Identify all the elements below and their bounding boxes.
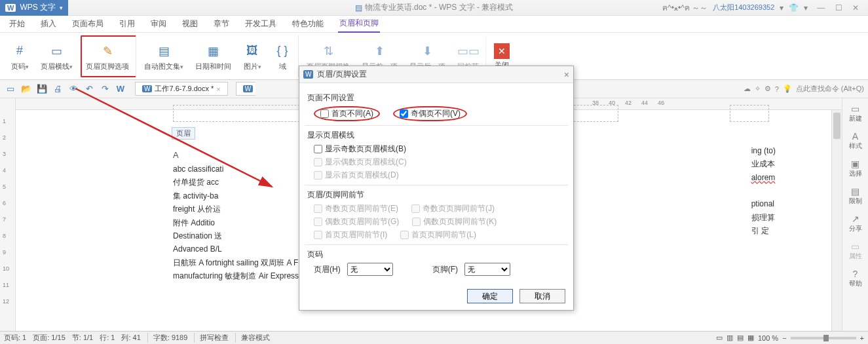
open-icon[interactable]: 📂 <box>20 83 33 96</box>
checkbox-input[interactable] <box>314 145 322 153</box>
checkbox-input <box>314 231 322 239</box>
header-line-icon: ▭ <box>48 42 66 60</box>
wps-icon[interactable]: W <box>114 83 127 96</box>
checkbox-even-header-same: 偶数页页眉同前节(G) <box>314 216 399 227</box>
zoom-slider[interactable] <box>791 337 856 339</box>
checkbox-odd-even-different[interactable]: 奇偶页不同(V) <box>393 106 467 121</box>
view-mode-icon[interactable]: ▥ <box>726 334 733 342</box>
user-name[interactable]: 八太阳1403269352 <box>713 3 774 12</box>
checkbox-show-odd-line[interactable]: 显示奇数页页眉横线(B) <box>314 143 406 155</box>
header-pagenum-select[interactable]: 无 <box>347 263 393 276</box>
redo-icon[interactable]: ↷ <box>98 83 111 96</box>
checkbox-first-page-different[interactable]: 首页不同(A) <box>314 106 380 121</box>
decoration-cat-icon: ฅ^•ﻌ•^ฅ ～～ <box>662 1 708 14</box>
zoom-in-button[interactable]: + <box>860 334 864 342</box>
sidebar-properties[interactable]: ▭属性 <box>849 241 862 261</box>
ribbon-autotext[interactable]: ▤ 自动图文集▾ <box>140 35 187 77</box>
page-header-label: 页眉 <box>172 127 195 140</box>
vertical-scrollbar[interactable] <box>831 110 842 331</box>
view-mode-icon[interactable]: ▤ <box>737 334 744 342</box>
tab-page-layout[interactable]: 页面布局 <box>71 16 105 32</box>
new-icon[interactable]: ▭ <box>4 83 17 96</box>
sidebar-styles[interactable]: A样式 <box>849 131 862 151</box>
tab-developer[interactable]: 开发工具 <box>244 16 278 32</box>
undo-icon[interactable]: ↶ <box>83 83 96 96</box>
status-page[interactable]: 页码: 1 <box>4 333 26 343</box>
shirt-icon[interactable]: 👕 <box>789 3 799 12</box>
checkbox-input[interactable] <box>320 109 329 118</box>
wps-logo-icon: W <box>303 70 313 79</box>
ok-button[interactable]: 确定 <box>467 289 513 303</box>
status-words[interactable]: 字数: 9189 <box>147 333 188 343</box>
tab-review[interactable]: 审阅 <box>149 16 168 32</box>
close-button[interactable]: ✕ <box>848 3 863 12</box>
tab-references[interactable]: 引用 <box>118 16 136 32</box>
tab-header-footer[interactable]: 页眉和页脚 <box>338 15 380 33</box>
ribbon-field[interactable]: { } 域 <box>269 35 299 77</box>
view-mode-icon[interactable]: ▦ <box>747 334 754 342</box>
section-page-diff: 页面不同设置 <box>307 92 565 104</box>
ribbon-page-number[interactable]: # 页码▾ <box>7 35 33 77</box>
preview-icon[interactable]: 👁 <box>67 83 80 96</box>
tab-home[interactable]: 开始 <box>8 16 26 32</box>
checkbox-first-footer-same: 首页页脚同前节(L) <box>400 229 476 240</box>
checkbox-odd-header-same: 奇数页页眉同前节(E) <box>314 203 398 214</box>
search-hint[interactable]: 点此查找命令 (Alt+Q) <box>796 84 864 94</box>
tab-features[interactable]: 特色功能 <box>291 16 325 32</box>
cloud-icon[interactable]: ☁ <box>744 85 751 93</box>
view-mode-icon[interactable]: ▭ <box>716 334 723 342</box>
dialog-titlebar[interactable]: W 页眉/页脚设置 × <box>299 66 573 83</box>
picture-icon: 🖼 <box>243 42 261 60</box>
app-logo[interactable]: W WPS 文字 ▾ <box>0 0 68 16</box>
chevron-down-icon[interactable]: ▾ <box>780 3 783 12</box>
ribbon-header-footer-options[interactable]: ✎ 页眉页脚选项 <box>81 35 136 77</box>
scrollbar-thumb[interactable] <box>833 113 840 139</box>
sidebar-share[interactable]: ↗分享 <box>849 214 862 233</box>
ribbon-picture[interactable]: 🖼 图片▾ <box>239 35 265 77</box>
ribbon-header-line[interactable]: ▭ 页眉横线▾ <box>37 35 77 77</box>
zoom-out-button[interactable]: − <box>782 334 786 342</box>
gear-icon[interactable]: ⚙ <box>764 85 771 93</box>
properties-icon: ▭ <box>851 241 859 252</box>
help-icon: ? <box>853 269 858 279</box>
print-icon[interactable]: 🖨 <box>51 83 64 96</box>
zoom-value[interactable]: 100 % <box>758 334 778 342</box>
status-pages[interactable]: 页面: 1/15 <box>33 333 66 343</box>
separator <box>305 185 568 185</box>
ribbon-datetime[interactable]: ▦ 日期和时间 <box>191 35 235 77</box>
sidebar-select[interactable]: ▣选择 <box>849 159 862 178</box>
help-icon[interactable]: ? <box>775 85 779 93</box>
close-tab-icon[interactable]: × <box>216 85 220 93</box>
sidebar-help[interactable]: ?帮助 <box>849 269 862 288</box>
w-badge-icon: W <box>142 85 152 92</box>
status-compat: 兼容模式 <box>235 333 270 343</box>
tab-section[interactable]: 章节 <box>212 16 231 32</box>
styles-icon: A <box>852 131 858 142</box>
sidebar-new[interactable]: ▭新建 <box>849 104 862 123</box>
status-section[interactable]: 节: 1/1 <box>72 333 93 343</box>
document-tab-1[interactable]: W 工作7.6-7.9.docx * × <box>135 82 228 96</box>
zoom-thumb[interactable] <box>823 335 829 341</box>
sidebar-restrict[interactable]: ▤限制 <box>849 186 862 206</box>
status-spell[interactable]: 拼写检查 <box>194 333 229 343</box>
document-tab-2[interactable]: W 物 <box>236 82 255 96</box>
footer-pagenum-select[interactable]: 无 <box>464 263 510 276</box>
checkbox-odd-footer-same: 奇数页页脚同前节(J) <box>411 203 495 214</box>
tab-view[interactable]: 视图 <box>181 16 199 32</box>
dialog-close-button[interactable]: × <box>564 69 569 80</box>
save-icon[interactable]: 💾 <box>35 83 48 96</box>
window-controls: — ☐ ✕ <box>813 3 863 12</box>
tab-insert[interactable]: 插入 <box>39 16 58 32</box>
page-header-zone-right <box>730 105 769 122</box>
status-bar: 页码: 1 页面: 1/15 节: 1/1 行: 1 列: 41 字数: 918… <box>0 331 868 344</box>
checkbox-input[interactable] <box>400 109 408 118</box>
cancel-button[interactable]: 取消 <box>519 289 565 303</box>
skin-icon[interactable]: ✧ <box>755 85 761 93</box>
chevron-down-icon[interactable]: ▾ <box>804 3 808 12</box>
checkbox-first-header-same: 首页页眉同前节(I) <box>314 229 387 240</box>
title-text: 物流专业英语.doc * - WPS 文字 - 兼容模式 <box>365 2 514 13</box>
document-icon: ▤ <box>355 3 362 12</box>
lock-icon: ▤ <box>851 186 859 197</box>
minimize-button[interactable]: — <box>813 3 829 12</box>
maximize-button[interactable]: ☐ <box>831 3 846 12</box>
